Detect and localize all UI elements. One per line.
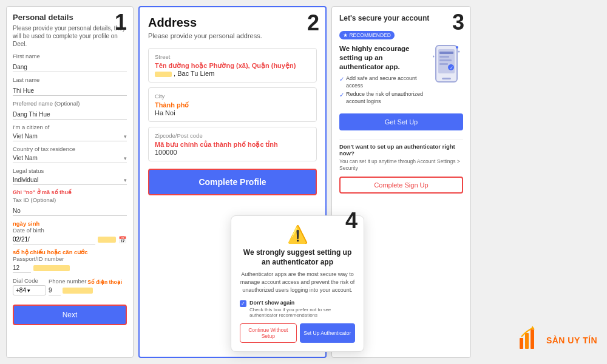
svg-rect-2	[442, 78, 451, 79]
logo-text: SÀN UY TÍN	[546, 335, 597, 345]
dob-label: Date of birth	[13, 227, 127, 234]
complete-profile-button[interactable]: Complete Profile	[148, 169, 317, 195]
secure-account-title: Let's secure your account	[339, 14, 463, 22]
panel-authenticator-popup: 4 ⚠️ We strongly suggest setting up an a…	[231, 215, 364, 352]
tax-country-select[interactable]: Viet Nam ▾	[13, 153, 127, 163]
dont-show-row: Don't show again Check this box if you p…	[240, 300, 355, 318]
street-text: , Bac Tu Liem	[174, 70, 214, 77]
auth-check-item-1: ✓ Add safe and secure account access	[339, 75, 428, 89]
no-auth-heading: Don't want to set up an authenticator ri…	[339, 143, 463, 157]
auth-check-item-2: ✓ Reduce the risk of unauthorized accoun…	[339, 91, 428, 105]
dont-show-checkbox[interactable]	[240, 300, 246, 307]
svg-rect-4	[439, 56, 449, 58]
first-name-label: First name	[13, 53, 127, 59]
no-auth-subtext: You can set it up anytime through Accoun…	[339, 158, 463, 172]
panel-1-title: Personal details	[13, 13, 127, 22]
city-value: Ha Noi	[155, 109, 310, 116]
tax-id-annotation: Ghi "no" ở mã số thuế	[13, 189, 127, 195]
last-name-input[interactable]	[13, 86, 127, 96]
phone-input[interactable]	[49, 286, 61, 295]
passport-highlight	[33, 265, 70, 271]
city-field: City Thành phố Ha Noi	[148, 87, 317, 122]
recommended-badge: RECOMMENDED	[339, 31, 395, 39]
divider	[339, 140, 463, 140]
preferred-name-input[interactable]	[13, 110, 127, 120]
tax-id-field: Ghi "no" ở mã số thuế Tax ID (Optional)	[13, 189, 127, 216]
dob-input[interactable]	[13, 235, 95, 244]
phone-highlight	[63, 288, 93, 294]
logo-area: SÀN UY TÍN	[518, 326, 597, 354]
logo-icon	[518, 326, 543, 354]
popup-button-row: Continue Without Setup Set Up Authentica…	[240, 323, 355, 343]
phone-annotation: Số điện thoại	[87, 279, 122, 285]
citizen-label: I'm a citizen of	[13, 124, 127, 130]
panel-personal-details: 1 Personal details Please provide your p…	[6, 6, 134, 358]
street-label: Street	[155, 53, 310, 60]
dial-chevron-icon: ▾	[27, 288, 30, 294]
svg-text:✓: ✓	[450, 66, 453, 70]
zipcode-value: 100000	[155, 149, 310, 156]
first-name-input[interactable]	[13, 62, 127, 72]
dial-value: +84	[16, 287, 26, 294]
preferred-name-field: Preferred name (Optional)	[13, 100, 127, 120]
zipcode-field: Zipcode/Post code Mã bưu chính của thành…	[148, 127, 317, 161]
svg-point-10	[458, 51, 460, 53]
svg-rect-3	[439, 52, 453, 54]
tax-country-value: Viet Nam	[13, 153, 124, 163]
svg-rect-5	[439, 59, 452, 61]
street-highlight	[155, 72, 172, 77]
passport-input[interactable]	[13, 263, 31, 273]
panel-1-number: 1	[115, 12, 127, 33]
calendar-icon[interactable]: 📅	[118, 236, 127, 244]
citizen-field: I'm a citizen of Viet Nam ▾	[13, 124, 127, 141]
dial-select[interactable]: +84 ▾	[13, 285, 46, 295]
warning-icon: ⚠️	[240, 224, 355, 244]
zipcode-label: Zipcode/Post code	[155, 132, 310, 139]
svg-marker-15	[531, 326, 535, 329]
dont-show-label: Don't show again	[249, 300, 355, 307]
svg-rect-6	[439, 63, 448, 65]
address-title: Address	[148, 16, 317, 30]
legal-status-value: Individual	[13, 175, 124, 184]
phone-graphic: ✓	[433, 44, 463, 89]
phone-label: Phone number	[49, 278, 86, 285]
legal-status-label: Legal status	[13, 167, 127, 174]
passport-annotation: số hộ chiếu hoặc căn cước	[13, 249, 127, 255]
last-name-field: Last name	[13, 76, 127, 96]
panel-2-number: 2	[307, 12, 319, 34]
authenticator-box: We highly encourage setting up an authen…	[339, 44, 463, 107]
legal-status-field: Legal status Individual ▾	[13, 167, 127, 185]
dob-row: 📅	[13, 235, 127, 244]
get-setup-button[interactable]: Get Set Up	[339, 113, 463, 130]
next-button[interactable]: Next	[13, 305, 127, 325]
dob-field: ngày sinh Date of birth 📅	[13, 220, 127, 244]
phone-row: Dial Code +84 ▾ Phone number Số điện tho…	[13, 277, 127, 295]
check-icon-2: ✓	[339, 91, 344, 99]
tax-id-input[interactable]	[13, 206, 127, 216]
first-name-field: First name	[13, 53, 127, 72]
tax-country-field: Country of tax residence Viet Nam ▾	[13, 146, 127, 163]
dial-label: Dial Code	[13, 277, 46, 284]
auth-check-text-1: Add safe and secure account access	[346, 75, 428, 89]
svg-rect-14	[531, 329, 534, 349]
setup-authenticator-button[interactable]: Set Up Authenticator	[300, 323, 356, 343]
auth-text-block: We highly encourage setting up an authen…	[339, 44, 428, 107]
panel-1-subtitle: Please provide your personal details, th…	[13, 24, 127, 48]
zipcode-annotation: Mã bưu chính của thành phố hoặc tỉnh	[155, 141, 310, 149]
citizen-value: Viet Nam	[13, 132, 124, 141]
complete-signup-button[interactable]: Complete Sign Up	[339, 177, 463, 194]
dont-show-text-block: Don't show again Check this box if you p…	[249, 300, 355, 318]
continue-without-button[interactable]: Continue Without Setup	[240, 323, 297, 343]
phone-input-box: Phone number Số điện thoại	[49, 278, 127, 295]
check-icon-1: ✓	[339, 75, 344, 83]
citizen-select[interactable]: Viet Nam ▾	[13, 132, 127, 141]
popup-heading: We strongly suggest setting up an authen…	[240, 248, 355, 267]
svg-rect-13	[525, 333, 529, 349]
citizen-chevron-icon: ▾	[124, 133, 127, 140]
legal-status-select[interactable]: Individual ▾	[13, 175, 127, 185]
street-value: , Bac Tu Liem	[155, 70, 310, 77]
tax-id-label: Tax ID (Optional)	[13, 197, 127, 203]
address-subtitle: Please provide your personal address.	[148, 32, 317, 39]
legal-status-chevron-icon: ▾	[124, 177, 127, 183]
svg-rect-12	[520, 338, 523, 349]
